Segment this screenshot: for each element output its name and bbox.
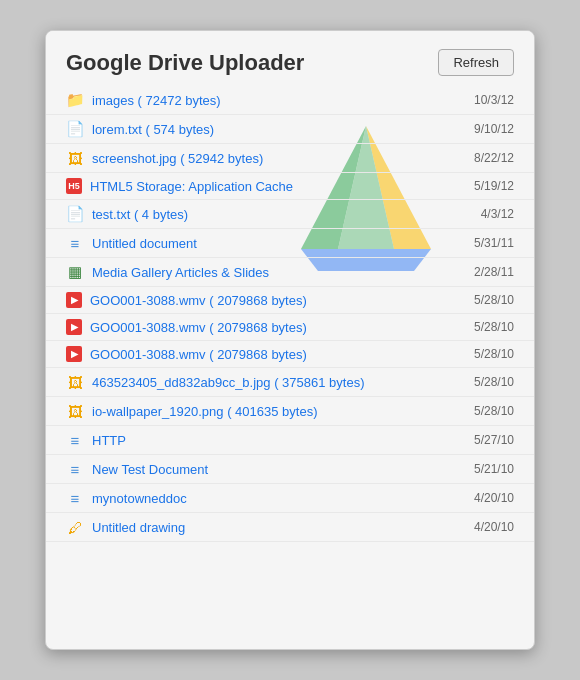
- file-date: 10/3/12: [474, 93, 514, 107]
- file-date: 5/28/10: [474, 320, 514, 334]
- list-item[interactable]: 🖼screenshot.jpg ( 52942 bytes)8/22/12: [46, 144, 534, 173]
- list-item[interactable]: 📄lorem.txt ( 574 bytes)9/10/12: [46, 115, 534, 144]
- file-name: GOO001-3088.wmv ( 2079868 bytes): [90, 320, 464, 335]
- list-item[interactable]: ▦Media Gallery Articles & Slides2/28/11: [46, 258, 534, 287]
- file-name: screenshot.jpg ( 52942 bytes): [92, 151, 464, 166]
- list-item[interactable]: 📄test.txt ( 4 bytes)4/3/12: [46, 200, 534, 229]
- file-name: 463523405_dd832ab9cc_b.jpg ( 375861 byte…: [92, 375, 464, 390]
- file-date: 5/28/10: [474, 347, 514, 361]
- file-date: 5/21/10: [474, 462, 514, 476]
- list-item[interactable]: ≡Untitled document5/31/11: [46, 229, 534, 258]
- main-window: Google Drive Uploader Refresh 📁images ( …: [45, 30, 535, 650]
- list-item[interactable]: 📁images ( 72472 bytes)10/3/12: [46, 86, 534, 115]
- file-date: 5/28/10: [474, 375, 514, 389]
- list-item[interactable]: ≡New Test Document5/21/10: [46, 455, 534, 484]
- file-name: GOO001-3088.wmv ( 2079868 bytes): [90, 293, 464, 308]
- file-name: io-wallpaper_1920.png ( 401635 bytes): [92, 404, 464, 419]
- txt-icon: 📄: [66, 205, 84, 223]
- file-date: 5/28/10: [474, 404, 514, 418]
- file-date: 9/10/12: [474, 122, 514, 136]
- file-name: test.txt ( 4 bytes): [92, 207, 471, 222]
- page-title: Google Drive Uploader: [66, 50, 304, 76]
- file-date: 5/27/10: [474, 433, 514, 447]
- slides-icon: ▦: [66, 263, 84, 281]
- doc-icon: ≡: [66, 460, 84, 478]
- file-date: 5/28/10: [474, 293, 514, 307]
- file-name: Untitled drawing: [92, 520, 464, 535]
- file-name: Media Gallery Articles & Slides: [92, 265, 464, 280]
- video-icon: ▶: [66, 292, 82, 308]
- list-item[interactable]: ≡HTTP5/27/10: [46, 426, 534, 455]
- doc-icon: ≡: [66, 234, 84, 252]
- file-name: lorem.txt ( 574 bytes): [92, 122, 464, 137]
- file-name: GOO001-3088.wmv ( 2079868 bytes): [90, 347, 464, 362]
- file-date: 2/28/11: [474, 265, 514, 279]
- file-list: 📁images ( 72472 bytes)10/3/12📄lorem.txt …: [46, 86, 534, 649]
- list-item[interactable]: 🖊Untitled drawing4/20/10: [46, 513, 534, 542]
- file-name: mynotowneddoc: [92, 491, 464, 506]
- file-date: 5/19/12: [474, 179, 514, 193]
- refresh-button[interactable]: Refresh: [438, 49, 514, 76]
- file-name: Untitled document: [92, 236, 464, 251]
- html5-icon: H5: [66, 178, 82, 194]
- file-date: 8/22/12: [474, 151, 514, 165]
- img-icon: 🖼: [66, 149, 84, 167]
- txt-icon: 📄: [66, 120, 84, 138]
- list-item[interactable]: ▶GOO001-3088.wmv ( 2079868 bytes)5/28/10: [46, 341, 534, 368]
- file-date: 4/20/10: [474, 491, 514, 505]
- file-name: HTTP: [92, 433, 464, 448]
- file-name: New Test Document: [92, 462, 464, 477]
- header: Google Drive Uploader Refresh: [46, 31, 534, 86]
- file-date: 4/3/12: [481, 207, 514, 221]
- list-item[interactable]: 🖼io-wallpaper_1920.png ( 401635 bytes)5/…: [46, 397, 534, 426]
- doc-icon: ≡: [66, 431, 84, 449]
- list-item[interactable]: ≡mynotowneddoc4/20/10: [46, 484, 534, 513]
- file-name: images ( 72472 bytes): [92, 93, 464, 108]
- video-icon: ▶: [66, 346, 82, 362]
- list-item[interactable]: ▶GOO001-3088.wmv ( 2079868 bytes)5/28/10: [46, 314, 534, 341]
- file-date: 4/20/10: [474, 520, 514, 534]
- file-date: 5/31/11: [474, 236, 514, 250]
- list-item[interactable]: ▶GOO001-3088.wmv ( 2079868 bytes)5/28/10: [46, 287, 534, 314]
- list-item[interactable]: 🖼463523405_dd832ab9cc_b.jpg ( 375861 byt…: [46, 368, 534, 397]
- file-name: HTML5 Storage: Application Cache: [90, 179, 464, 194]
- img-icon: 🖼: [66, 373, 84, 391]
- folder-icon: 📁: [66, 91, 84, 109]
- video-icon: ▶: [66, 319, 82, 335]
- doc-icon: ≡: [66, 489, 84, 507]
- list-item[interactable]: H5HTML5 Storage: Application Cache5/19/1…: [46, 173, 534, 200]
- img-icon: 🖼: [66, 402, 84, 420]
- drawing-icon: 🖊: [66, 518, 84, 536]
